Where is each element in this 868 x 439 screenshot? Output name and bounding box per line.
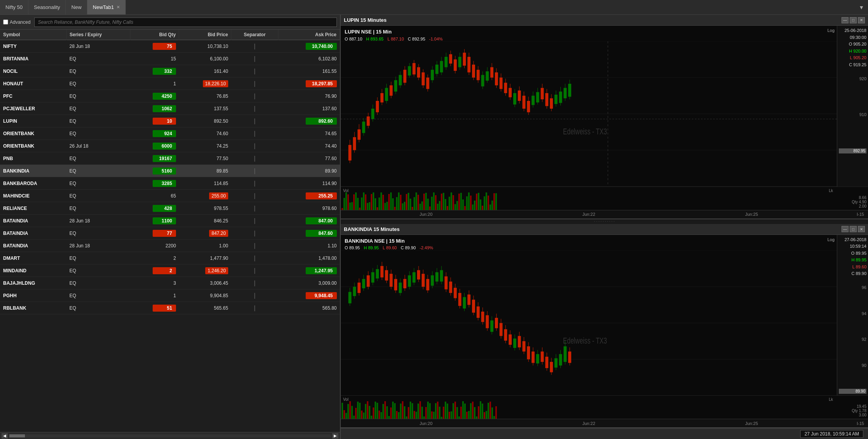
table-row[interactable]: BRITANNIAEQ156,100.00|6,102.80 — [0, 53, 340, 65]
vol-bar — [408, 407, 409, 419]
scroll-left-btn[interactable]: ◀ — [2, 433, 8, 439]
cell-bid-qty: 19167 — [130, 152, 179, 165]
vol-bar — [472, 402, 474, 419]
vol-bar — [437, 402, 438, 419]
lupin-log-btn[interactable]: Log — [828, 28, 835, 33]
main-layout: Advanced Symbol Series / Expiry Bid Qty … — [0, 15, 868, 439]
vol-bar — [435, 195, 437, 210]
lupin-vol-qty: Qty 4.90 — [838, 200, 866, 204]
table-row[interactable]: PCJEWELLEREQ1062137.55|137.60 — [0, 102, 340, 115]
table-row[interactable]: ORIENTBANKEQ92474.60|74.65 — [0, 127, 340, 140]
bankindia-vol-label: Vol — [343, 397, 349, 402]
vol-bar — [429, 206, 431, 210]
vol-bar — [394, 207, 396, 210]
cell-symbol: PFC — [0, 90, 66, 102]
cell-bid-price: 846.25 — [179, 215, 231, 227]
bankindia-log-btn[interactable]: Log — [828, 237, 835, 242]
bankindia-maximize-btn[interactable]: □ — [850, 226, 857, 232]
table-row[interactable]: PNBEQ1916777.50|77.60 — [0, 152, 340, 165]
cell-bid-qty: 332 — [130, 65, 179, 78]
cell-separator: | — [231, 102, 278, 115]
bankindia-minimize-btn[interactable]: — — [842, 226, 849, 232]
cell-series: EQ — [66, 78, 130, 90]
table-row[interactable]: HONAUTEQ118,226.10|18,297.85 — [0, 78, 340, 90]
bankindia-chart-main: BANKINDIA NSE | 15 Min O 89.95 H 89.95 L… — [341, 235, 837, 396]
table-row[interactable]: PFCEQ425076.85|76.90 — [0, 90, 340, 102]
cell-series: EQ — [66, 177, 130, 190]
vol-bar — [458, 416, 460, 419]
vol-bar — [452, 195, 454, 210]
vol-bar — [427, 199, 429, 210]
cell-ask-price: 847.60 — [278, 227, 340, 240]
table-row[interactable]: BAJAJHLDNGEQ33,006.45|3,009.00 — [0, 277, 340, 289]
lupin-vol-label: Vol — [343, 189, 349, 193]
tab-seasonality[interactable]: Seasonality — [28, 0, 66, 14]
table-row[interactable]: PGHHEQ19,904.85|9,948.45 — [0, 289, 340, 302]
cell-bid-qty: 5160 — [130, 165, 179, 177]
bankindia-sidebar-h: H 89.95 — [839, 257, 866, 264]
lupin-chart-title: LUPIN 15 Minutes — [344, 17, 840, 23]
table-row[interactable]: BANKINDIAEQ516089.85|89.90 — [0, 165, 340, 177]
lupin-high: H 893.65 — [366, 36, 384, 42]
vol-bar — [384, 203, 386, 210]
vol-bar — [484, 196, 485, 210]
cell-separator: | — [231, 127, 278, 140]
tab-dropdown-arrow[interactable]: ▼ — [855, 4, 868, 11]
cell-ask-price: 1,478.00 — [278, 252, 340, 264]
tab-close-icon[interactable]: ✕ — [116, 5, 120, 10]
table-row[interactable]: NIFTY28 Jun 187510,738.10|10,740.00 — [0, 40, 340, 53]
bankindia-sidebar-l: L 89.60 — [839, 264, 866, 271]
tab-bar: Nifty 50 Seasonality New NewTab1 ✕ ▼ — [0, 0, 868, 15]
cell-symbol: BAJAJHLDNG — [0, 277, 66, 289]
cell-bid-price: 3,006.45 — [179, 277, 231, 289]
tab-new[interactable]: New — [66, 0, 87, 14]
advanced-checkbox[interactable] — [3, 19, 8, 25]
vol-bar — [379, 197, 380, 210]
vol-bar — [406, 194, 407, 210]
vol-bar — [416, 192, 417, 210]
table-row[interactable]: RBLBANKEQ51565.65|565.80 — [0, 302, 340, 314]
watchlist-tbody: NIFTY28 Jun 187510,738.10|10,740.00BRITA… — [0, 40, 340, 314]
advanced-checkbox-label[interactable]: Advanced — [3, 19, 30, 25]
bankindia-x-jun22: Jun:22 — [507, 421, 670, 426]
tab-newtab1[interactable]: NewTab1 ✕ — [87, 0, 125, 14]
vol-bar — [388, 416, 390, 419]
vol-bar — [439, 201, 440, 210]
tab-nifty50[interactable]: Nifty 50 — [0, 0, 28, 14]
table-row[interactable]: RELIANCEEQ428978.55|978.60 — [0, 202, 340, 215]
vol-bar — [451, 411, 452, 419]
lupin-vol-min: 2.00 — [838, 204, 866, 208]
table-row[interactable]: MAHINDCIEEQ65255.00|255.25 — [0, 190, 340, 202]
lupin-price-current: 892.95 — [839, 148, 866, 153]
cell-symbol: BATAINDIA — [0, 215, 66, 227]
table-row[interactable]: BANKBARODAEQ3285114.85|114.90 — [0, 177, 340, 190]
col-symbol: Symbol — [0, 30, 66, 40]
lupin-minimize-btn[interactable]: — — [842, 17, 849, 23]
lupin-vol-bars — [341, 187, 837, 210]
lupin-maximize-btn[interactable]: □ — [850, 17, 857, 23]
lupin-close-btn[interactable]: ✕ — [858, 17, 865, 23]
table-row[interactable]: BATAINDIAEQ77847.20|847.60 — [0, 227, 340, 240]
table-row[interactable]: DMARTEQ21,477.90|1,478.00 — [0, 252, 340, 264]
vol-bar — [369, 406, 370, 419]
bankindia-chart-title: BANKINDIA 15 Minutes — [344, 226, 840, 232]
vol-bar — [488, 403, 489, 419]
cell-series: EQ — [66, 264, 130, 277]
scroll-right-btn[interactable]: ▶ — [332, 433, 338, 439]
table-row[interactable]: NOCILEQ332161.40|161.55 — [0, 65, 340, 78]
search-input[interactable] — [34, 18, 337, 27]
cell-series: 28 Jun 18 — [66, 240, 130, 252]
scroll-thumb[interactable] — [9, 434, 25, 437]
cell-symbol: MAHINDCIE — [0, 190, 66, 202]
bankindia-price-92: 92 — [839, 337, 866, 342]
table-row[interactable]: BATAINDIA28 Jun 181100846.25|847.00 — [0, 215, 340, 227]
table-row[interactable]: BATAINDIA28 Jun 1822001.00|1.10 — [0, 240, 340, 252]
cell-separator: | — [231, 65, 278, 78]
table-row[interactable]: LUPINEQ10892.50|892.60 — [0, 115, 340, 127]
table-row[interactable]: MINDAINDEQ21,246.20|1,247.95 — [0, 264, 340, 277]
vol-bar — [482, 206, 483, 210]
vol-bar — [472, 205, 474, 210]
table-row[interactable]: ORIENTBANK26 Jul 18600074.25|74.40 — [0, 140, 340, 152]
lupin-sidebar-o: O 905.20 — [839, 41, 866, 48]
bankindia-close-btn[interactable]: ✕ — [858, 226, 865, 232]
